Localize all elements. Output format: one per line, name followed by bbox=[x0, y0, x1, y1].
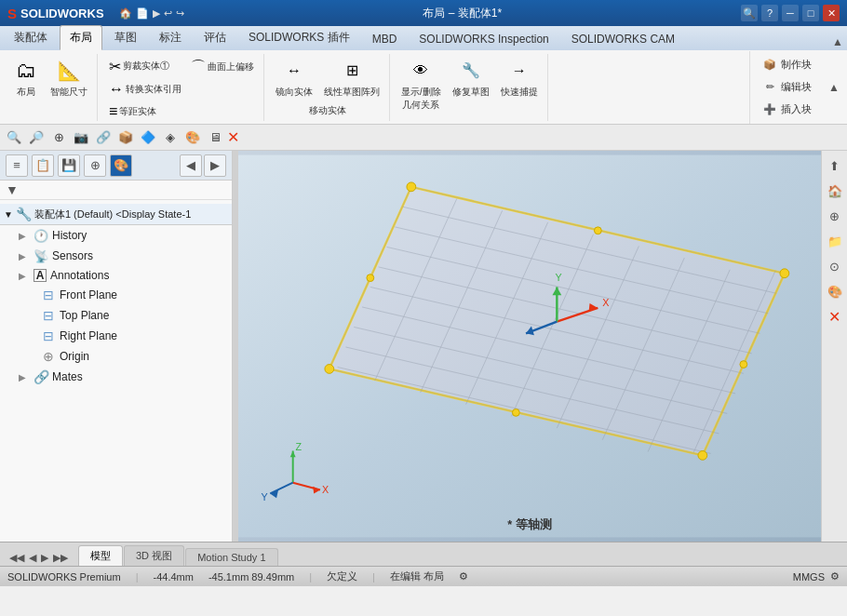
svg-text:X: X bbox=[322, 484, 329, 495]
tree-item-mates[interactable]: ▶ 🔗 Mates bbox=[0, 367, 232, 387]
nav-prev[interactable]: ◀ bbox=[27, 550, 38, 566]
right-btn-circle[interactable]: ⊙ bbox=[824, 255, 846, 277]
right-btn-add[interactable]: ⊕ bbox=[824, 205, 846, 227]
tree-item-top-plane[interactable]: ⊟ Top Plane bbox=[0, 305, 232, 326]
tab-evaluate[interactable]: 评估 bbox=[194, 25, 236, 50]
tab-sketch[interactable]: 草图 bbox=[104, 25, 147, 50]
titlebar-tool-3[interactable]: ▶ bbox=[153, 7, 160, 20]
titlebar: S SOLIDWORKS 🏠 📄 ▶ ↩ ↪ 布局 – 装配体1* 🔍 ? ─ … bbox=[0, 0, 847, 26]
titlebar-tool-1[interactable]: 🏠 bbox=[119, 7, 132, 20]
btn-edit-block[interactable]: ✏ 编辑块 bbox=[758, 77, 815, 98]
btn-linear-array[interactable]: ⊞ 线性草图阵列 bbox=[320, 56, 383, 100]
layout-label: 布局 bbox=[17, 86, 35, 99]
tab-motion-study[interactable]: Motion Study 1 bbox=[185, 548, 277, 566]
tab-model[interactable]: 模型 bbox=[78, 545, 123, 566]
ribbon-expand[interactable]: ▲ bbox=[832, 35, 843, 50]
annotations-label: Annotations bbox=[50, 269, 109, 282]
btn-insert-block[interactable]: ➕ 插入块 bbox=[758, 100, 815, 120]
ribbon-expand-right[interactable]: ▲ bbox=[825, 77, 843, 98]
sidebar-prev[interactable]: ◀ bbox=[180, 154, 202, 177]
btn-surface[interactable]: ⌒ 曲面上偏移 bbox=[187, 56, 258, 79]
sub-btn-link[interactable]: 🔗 bbox=[93, 127, 114, 148]
search-button[interactable]: 🔍 bbox=[741, 5, 758, 21]
tab-layout[interactable]: 布局 bbox=[60, 25, 102, 50]
btn-offset[interactable]: ≡ 等距实体 bbox=[105, 101, 185, 122]
sub-btn-close[interactable]: ✕ bbox=[227, 128, 239, 146]
minimize-button[interactable]: ─ bbox=[782, 5, 799, 21]
nav-next[interactable]: ▶ bbox=[39, 550, 50, 566]
sub-btn-fit[interactable]: ⊕ bbox=[48, 127, 69, 148]
tab-sw-plugins[interactable]: SOLIDWORKS 插件 bbox=[238, 25, 360, 50]
btn-smart-dim[interactable]: 📐 智能尺寸 bbox=[47, 56, 91, 100]
maximize-button[interactable]: □ bbox=[802, 5, 819, 21]
btn-mirror[interactable]: ↔ 镜向实体 bbox=[272, 56, 316, 100]
titlebar-tool-2[interactable]: 📄 bbox=[136, 7, 149, 20]
svg-point-28 bbox=[740, 361, 747, 368]
titlebar-tool-4[interactable]: ↩ bbox=[164, 7, 172, 20]
sub-btn-monitor[interactable]: 🖥 bbox=[205, 127, 225, 148]
right-btn-up[interactable]: ⬆ bbox=[824, 154, 846, 177]
tab-sw-cam[interactable]: SOLIDWORKS CAM bbox=[561, 28, 685, 50]
help-button[interactable]: ? bbox=[761, 5, 778, 21]
filter-icon[interactable]: ▼ bbox=[6, 182, 19, 197]
btn-layout[interactable]: 🗂 布局 bbox=[9, 56, 43, 100]
sidebar-next[interactable]: ▶ bbox=[204, 154, 226, 177]
tree-item-right-plane[interactable]: ⊟ Right Plane bbox=[0, 326, 232, 346]
tab-3dview[interactable]: 3D 视图 bbox=[124, 545, 184, 566]
tree-item-annotations[interactable]: ▶ A Annotations bbox=[0, 266, 232, 285]
status-icon-gear[interactable]: ⚙ bbox=[459, 570, 468, 583]
right-btn-palette[interactable]: 🎨 bbox=[824, 280, 846, 302]
sub-btn-box[interactable]: 📦 bbox=[115, 127, 136, 148]
tree-item-history[interactable]: ▶ 🕐 History bbox=[0, 225, 232, 246]
tab-assemble[interactable]: 装配体 bbox=[4, 25, 58, 50]
sub-btn-search[interactable]: 🔍 bbox=[4, 127, 24, 148]
nav-first[interactable]: ◀◀ bbox=[7, 550, 26, 566]
sub-btn-camera[interactable]: 📷 bbox=[71, 127, 91, 148]
solidworks-logo-s: S bbox=[7, 6, 17, 21]
right-btn-close[interactable]: ✕ bbox=[824, 305, 846, 328]
sidebar-btn-display[interactable]: 🎨 bbox=[110, 154, 132, 177]
close-button[interactable]: ✕ bbox=[823, 5, 840, 21]
viewport-canvas: X Y Z X Y * 等轴测 bbox=[238, 151, 821, 542]
right-btn-home[interactable]: 🏠 bbox=[824, 180, 846, 202]
right-btn-folder[interactable]: 📁 bbox=[824, 230, 846, 252]
convert-label: 转换实体引用 bbox=[126, 83, 182, 96]
titlebar-tool-5[interactable]: ↪ bbox=[176, 7, 184, 20]
nav-last[interactable]: ▶▶ bbox=[51, 550, 70, 566]
sidebar-btn-add[interactable]: ⊕ bbox=[84, 154, 106, 177]
ribbon-group-mirror: ↔ 镜向实体 ⊞ 线性草图阵列 移动实体 bbox=[266, 54, 390, 121]
btn-convert[interactable]: ↔ 转换实体引用 bbox=[105, 79, 185, 100]
ribbon-group-relations: 👁 显示/删除几何关系 🔧 修复草图 → 快速捕提 bbox=[392, 54, 548, 121]
ribbon-group-nav: 🗂 布局 📐 智能尺寸 bbox=[4, 54, 98, 121]
top-plane-expander bbox=[26, 311, 37, 321]
offset-label: 等距实体 bbox=[119, 105, 156, 118]
bottom-tabs: ◀◀ ◀ ▶ ▶▶ 模型 3D 视图 Motion Study 1 bbox=[0, 542, 847, 566]
tree-item-origin[interactable]: ⊕ Origin bbox=[0, 346, 232, 367]
sidebar-btn-properties[interactable]: 📋 bbox=[32, 154, 54, 177]
btn-repair[interactable]: 🔧 修复草图 bbox=[449, 56, 493, 100]
make-block-label: 制作块 bbox=[781, 58, 812, 72]
annotations-expander: ▶ bbox=[19, 271, 30, 281]
sub-btn-palette[interactable]: 🎨 bbox=[182, 127, 203, 148]
btn-snap[interactable]: → 快速捕提 bbox=[497, 56, 542, 100]
sidebar-btn-menu[interactable]: ≡ bbox=[6, 154, 28, 177]
tree-root-assembly[interactable]: ▼ 🔧 装配体1 (Default) <Display State-1 bbox=[0, 204, 232, 225]
status-icon-right[interactable]: ⚙ bbox=[830, 570, 840, 583]
btn-trim[interactable]: ✂ 剪裁实体① bbox=[105, 56, 185, 77]
btn-show-relations[interactable]: 👁 显示/删除几何关系 bbox=[397, 56, 445, 114]
btn-move[interactable]: 移动实体 bbox=[305, 102, 350, 119]
tab-sw-inspection[interactable]: SOLIDWORKS Inspection bbox=[409, 28, 558, 50]
tree-item-front-plane[interactable]: ⊟ Front Plane bbox=[0, 285, 232, 305]
tab-mbd[interactable]: MBD bbox=[362, 28, 408, 50]
svg-text:X: X bbox=[602, 297, 609, 308]
status-editing: 在编辑 布局 bbox=[390, 569, 444, 583]
tab-annotation[interactable]: 标注 bbox=[149, 25, 192, 50]
tree-item-sensors[interactable]: ▶ 📡 Sensors bbox=[0, 246, 232, 266]
btn-make-block[interactable]: 📦 制作块 bbox=[758, 55, 815, 75]
sub-btn-zoom[interactable]: 🔎 bbox=[26, 127, 47, 148]
sub-btn-shape[interactable]: 🔷 bbox=[138, 127, 158, 148]
sub-btn-diamond[interactable]: ◈ bbox=[160, 127, 181, 148]
viewport[interactable]: X Y Z X Y * 等轴测 bbox=[238, 151, 821, 542]
sidebar: ≡ 📋 💾 ⊕ 🎨 ◀ ▶ ▼ ▼ 🔧 装配体1 (Default) <Disp… bbox=[0, 151, 233, 542]
sidebar-btn-save[interactable]: 💾 bbox=[58, 154, 80, 177]
